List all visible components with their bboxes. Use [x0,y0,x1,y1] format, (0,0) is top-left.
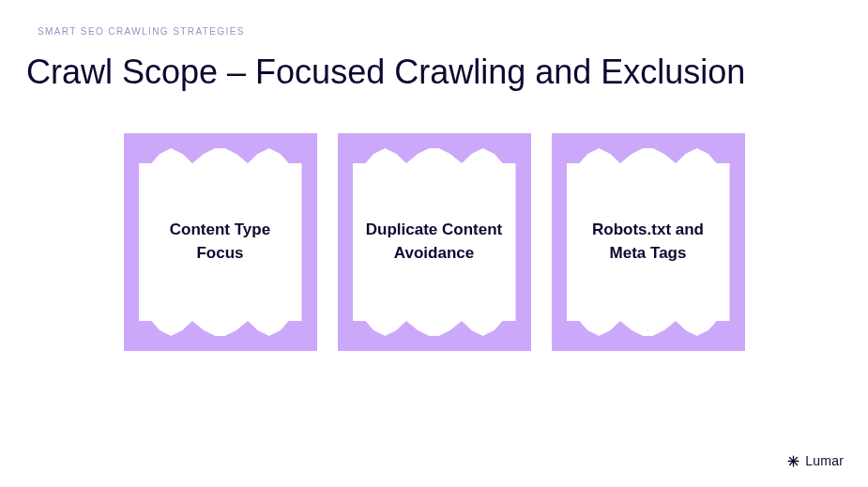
eyebrow-text: SMART SEO CRAWLING STRATEGIES [38,26,245,37]
card-inner: Duplicate Content Avoidance [353,148,516,336]
slide-title: Crawl Scope – Focused Crawling and Exclu… [26,53,745,92]
brand-logo: Lumar [787,453,844,468]
card-inner: Content Type Focus [139,148,302,336]
card-inner: Robots.txt and Meta Tags [567,148,730,336]
card-label: Duplicate Content Avoidance [364,219,505,265]
brand-name: Lumar [805,453,844,468]
card-label: Content Type Focus [150,219,291,265]
card-robots-meta-tags: Robots.txt and Meta Tags [552,133,745,351]
card-label: Robots.txt and Meta Tags [578,219,719,265]
slide: SMART SEO CRAWLING STRATEGIES Crawl Scop… [0,0,868,487]
brand-icon [787,455,799,467]
card-row: Content Type Focus Duplicate Content Avo… [0,133,868,351]
card-duplicate-content-avoidance: Duplicate Content Avoidance [338,133,531,351]
card-content-type-focus: Content Type Focus [124,133,317,351]
